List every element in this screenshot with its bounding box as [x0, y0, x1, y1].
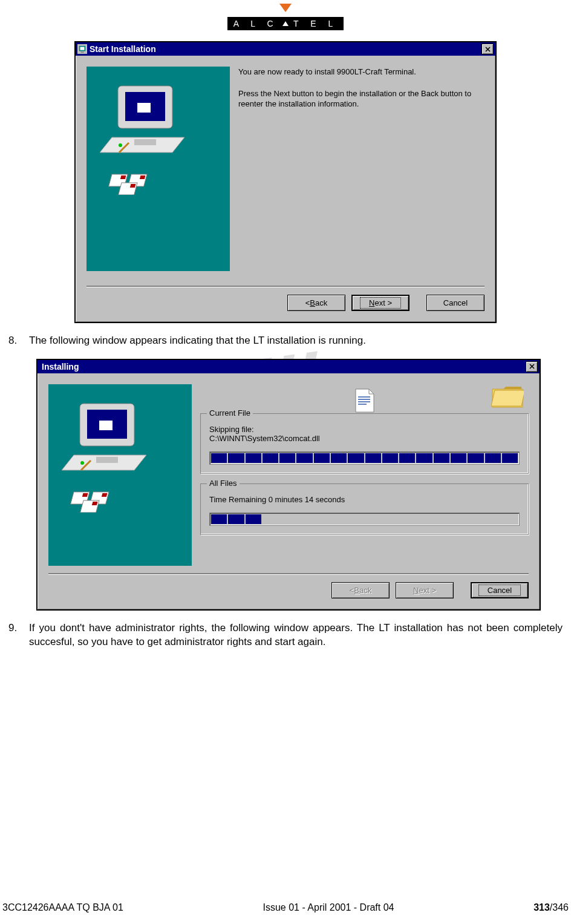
close-button[interactable] [526, 361, 538, 372]
start-installation-dialog: Start Installation [74, 41, 497, 323]
close-icon [485, 47, 491, 52]
back-button[interactable]: < Back [287, 295, 345, 311]
doc-issue: Issue 01 - April 2001 - Draft 04 [263, 902, 394, 913]
svg-rect-23 [99, 421, 113, 430]
back-button: < Back [331, 582, 390, 598]
group-legend: Current File [207, 408, 253, 418]
svg-rect-30 [82, 493, 88, 497]
wizard-graphic [48, 384, 192, 566]
svg-rect-38 [358, 404, 367, 405]
svg-rect-1 [80, 47, 85, 50]
svg-rect-2 [80, 51, 83, 53]
brand-name: A L C T E L [227, 17, 344, 30]
group-legend: All Files [207, 479, 240, 488]
doc-reference: 3CC12426AAAA TQ BJA 01 [2, 902, 123, 913]
svg-rect-16 [140, 175, 146, 179]
page-footer: 3CC12426AAAA TQ BJA 01 Issue 01 - April … [0, 902, 571, 913]
svg-rect-36 [358, 399, 370, 400]
step-text: If you dont't have administrator rights,… [29, 621, 563, 649]
svg-rect-8 [134, 139, 156, 145]
all-files-group: All Files Time Remaining 0 minutes 14 se… [200, 483, 529, 535]
install-ready-text: You are now ready to install 9900LT-Craf… [238, 67, 485, 77]
next-button[interactable]: Next > [351, 295, 409, 311]
step-text: The following window appears indicating … [29, 334, 563, 348]
step-9: 9. If you dont't have administrator righ… [8, 621, 563, 649]
flying-document-icon [353, 388, 376, 415]
triangle-up-icon [282, 21, 289, 26]
wizard-graphic [86, 67, 230, 271]
all-files-progress [209, 513, 520, 526]
next-button: Next > [396, 582, 454, 598]
svg-rect-14 [120, 175, 126, 179]
svg-rect-37 [358, 401, 370, 402]
dialog-body-text: You are now ready to install 9900LT-Craf… [238, 67, 485, 271]
brand-logo: A L C T E L [6, 0, 565, 30]
current-file-status: Skipping file: [209, 425, 520, 434]
folder-icon [491, 384, 524, 411]
svg-rect-18 [130, 184, 136, 188]
svg-rect-24 [96, 457, 118, 463]
installer-icon [77, 44, 87, 54]
svg-point-25 [80, 461, 84, 465]
titlebar: Start Installation [76, 42, 495, 56]
current-file-path: C:\WINNT\System32\comcat.dll [209, 434, 520, 443]
step-number: 8. [8, 334, 21, 348]
svg-point-9 [119, 143, 122, 147]
current-file-group: Current File Skipping file: C:\WINNT\Sys… [200, 413, 529, 474]
titlebar: Installing [38, 360, 540, 373]
step-8: 8. The following window appears indicati… [8, 334, 563, 348]
time-remaining-text: Time Remaining 0 minutes 14 seconds [209, 495, 520, 504]
svg-rect-34 [92, 502, 98, 505]
step-number: 9. [8, 621, 21, 649]
svg-rect-7 [137, 103, 151, 113]
dialog-title: Start Installation [90, 44, 481, 54]
triangle-down-icon [279, 4, 292, 12]
cancel-button[interactable]: Cancel [471, 582, 529, 598]
dialog-title: Installing [39, 362, 526, 372]
page-number: 313/346 [533, 902, 569, 913]
close-button[interactable] [481, 44, 494, 54]
install-instructions-text: Press the Next button to begin the insta… [238, 88, 485, 110]
cancel-button[interactable]: Cancel [426, 295, 485, 311]
svg-rect-32 [102, 493, 108, 497]
installing-dialog: Installing [36, 359, 541, 611]
close-icon [529, 364, 535, 369]
svg-rect-35 [358, 396, 370, 398]
current-file-progress [209, 451, 520, 465]
